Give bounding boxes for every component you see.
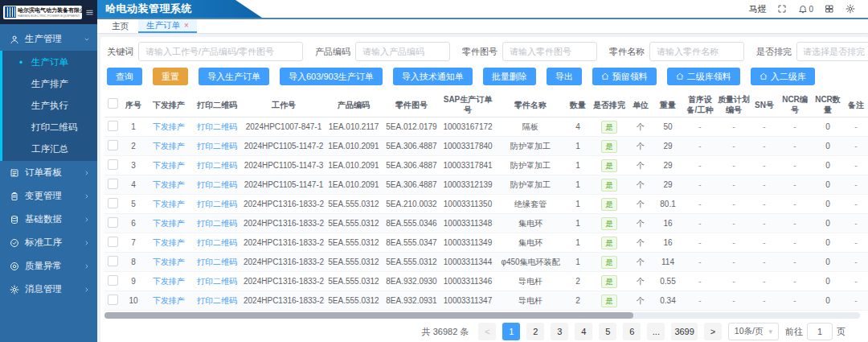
page-button-2[interactable]: 2 [526, 323, 544, 340]
scrollbar-thumb[interactable] [104, 312, 633, 319]
cell-value: - [763, 200, 765, 208]
sidebar-item-1[interactable]: 订单看板 [0, 161, 97, 184]
sidebar-item-4[interactable]: 标准工序 [0, 231, 97, 254]
action-button-9[interactable]: 入二级库 [751, 68, 815, 85]
print-qrcode-link[interactable]: 打印二维码 [197, 122, 237, 131]
sidebar-subitem-0-1[interactable]: 生产排产 [2, 73, 97, 95]
action-button-0[interactable]: 查询 [107, 68, 142, 85]
close-icon[interactable]: × [184, 22, 189, 30]
cell-value: 8EA.555.0346 [386, 219, 436, 228]
cell-value: - [732, 296, 735, 305]
horizontal-scrollbar[interactable] [104, 312, 860, 319]
print-qrcode-link[interactable]: 打印二维码 [197, 180, 237, 189]
table-row: 10下发排产打印二维码2024HPC1316-1833-25EA.555.031… [104, 291, 868, 311]
issue-scheduling-link[interactable]: 下发排产 [153, 238, 185, 247]
sidebar-item-6[interactable]: 消息管理 [0, 278, 97, 301]
action-button-8[interactable]: 二级库领料 [667, 68, 740, 85]
row-checkbox[interactable] [108, 217, 118, 228]
print-qrcode-link[interactable]: 打印二维码 [197, 219, 237, 228]
print-qrcode-link[interactable]: 打印二维码 [197, 161, 237, 170]
page-button-1[interactable]: 1 [502, 323, 520, 340]
action-button-5[interactable]: 批量删除 [483, 68, 536, 85]
sidebar-item-0[interactable]: 生产管理 [0, 27, 97, 51]
sidebar-item-5[interactable]: 质量异常 [0, 254, 97, 278]
print-qrcode-link[interactable]: 打印二维码 [197, 296, 237, 305]
sidebar-subitem-0-0[interactable]: •生产订单 [2, 52, 97, 73]
page-button-3[interactable]: 3 [551, 323, 568, 340]
action-button-2[interactable]: 导入生产订单 [199, 68, 269, 85]
goto-page: 前往页 [785, 323, 845, 340]
row-checkbox[interactable] [108, 140, 118, 150]
page-ellipsis[interactable]: ... [647, 323, 665, 340]
settings-icon[interactable] [845, 4, 855, 14]
action-button-3[interactable]: 导入603/903生产订单 [280, 68, 383, 85]
row-checkbox[interactable] [108, 237, 118, 247]
action-button-1[interactable]: 重置 [153, 68, 188, 85]
next-page-button[interactable]: > [704, 323, 722, 340]
action-button-6[interactable]: 导出 [547, 68, 582, 85]
print-qrcode-link[interactable]: 打印二维码 [197, 238, 237, 247]
cell-value: 114 [661, 258, 674, 266]
page-button-6[interactable]: 6 [623, 323, 641, 340]
filter-input-2[interactable] [502, 42, 597, 61]
cell-value: 导电杆 [518, 296, 542, 305]
filter-input-1[interactable] [355, 42, 450, 61]
fullscreen-icon[interactable] [777, 4, 787, 14]
print-qrcode-link[interactable]: 打印二维码 [197, 277, 237, 286]
print-qrcode-link[interactable]: 打印二维码 [197, 258, 237, 266]
goto-page-input[interactable] [807, 323, 833, 340]
issue-scheduling-link[interactable]: 下发排产 [153, 277, 185, 286]
home-icon [760, 72, 768, 80]
select-all-checkbox[interactable] [108, 98, 118, 109]
user-name[interactable]: 马煜 [748, 3, 766, 15]
notifications-button[interactable]: 0 [798, 4, 813, 14]
row-checkbox[interactable] [108, 256, 118, 266]
filter-input-3[interactable] [649, 42, 744, 61]
cell-value: 2024HPC1105-1147-2 [244, 142, 324, 150]
cell-value: 导电杆 [518, 277, 542, 286]
cell-value: 1 [575, 142, 580, 150]
issue-scheduling-link[interactable]: 下发排产 [153, 258, 185, 266]
sidebar-item-3[interactable]: 基础数据 [0, 208, 97, 231]
tab-1[interactable]: 生产订单× [138, 19, 197, 33]
row-checkbox[interactable] [108, 179, 118, 189]
issue-scheduling-link[interactable]: 下发排产 [153, 180, 185, 189]
issue-scheduling-link[interactable]: 下发排产 [153, 122, 185, 131]
sidebar-subitem-0-3[interactable]: 打印二维码 [2, 117, 97, 138]
sidebar-subitem-label: 工序汇总 [31, 143, 68, 155]
scheduled-status-tag: 是 [601, 121, 617, 134]
filter-select-4[interactable]: 请选择是否排完▾ [796, 42, 868, 61]
row-checkbox[interactable] [108, 275, 118, 286]
issue-scheduling-link[interactable]: 下发排产 [153, 142, 185, 150]
filter-input-0[interactable] [138, 42, 303, 61]
print-qrcode-link[interactable]: 打印二维码 [197, 142, 237, 150]
issue-scheduling-link[interactable]: 下发排产 [153, 296, 185, 305]
page-button-5[interactable]: 5 [599, 323, 616, 340]
row-checkbox[interactable] [108, 159, 118, 170]
prev-page-button[interactable]: < [478, 323, 496, 340]
cell-value: 16 [663, 219, 672, 228]
tab-0[interactable]: 主页 [104, 19, 137, 33]
action-button-4[interactable]: 导入技术通知单 [393, 68, 473, 85]
cell-value: - [793, 258, 796, 266]
action-button-7[interactable]: 预留领料 [592, 68, 657, 85]
row-checkbox[interactable] [108, 121, 118, 131]
print-qrcode-link[interactable]: 打印二维码 [197, 200, 237, 208]
filter-label: 零件名称 [609, 46, 645, 58]
menu-toggle-icon[interactable] [85, 8, 94, 17]
apps-grid-icon[interactable] [825, 4, 834, 14]
page-button-3699[interactable]: 3699 [671, 323, 697, 340]
issue-scheduling-link[interactable]: 下发排产 [153, 161, 185, 170]
issue-scheduling-link[interactable]: 下发排产 [153, 219, 185, 228]
issue-scheduling-link[interactable]: 下发排产 [153, 200, 185, 208]
page-button-4[interactable]: 4 [575, 323, 592, 340]
sidebar-subitem-0-4[interactable]: 工序汇总 [2, 138, 97, 160]
row-checkbox[interactable] [108, 198, 118, 208]
sidebar-subitem-0-2[interactable]: 生产执行 [2, 95, 97, 117]
row-checkbox[interactable] [108, 295, 118, 305]
cell-value: - [793, 142, 796, 150]
cell-value: 0.34 [660, 296, 675, 305]
sidebar-item-2[interactable]: 变更管理 [0, 184, 97, 208]
page-size-select[interactable]: 10条/页▾ [728, 323, 779, 340]
cell-value: 2 [575, 277, 580, 286]
